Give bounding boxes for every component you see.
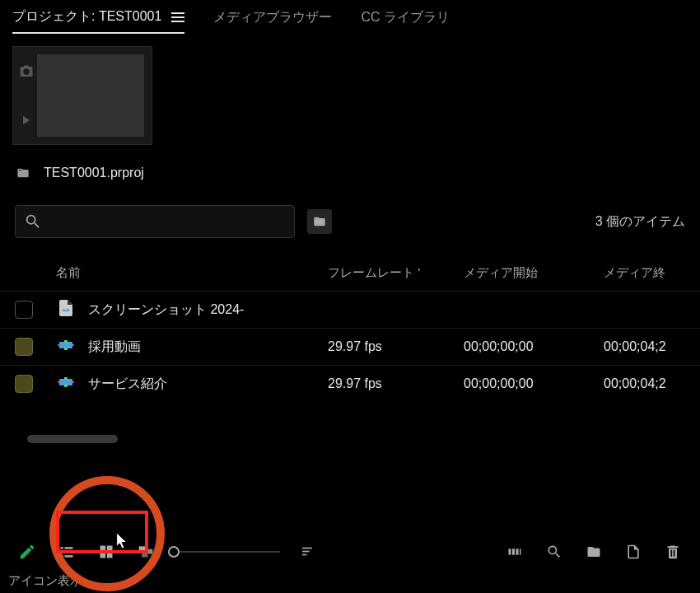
svg-rect-20 — [139, 546, 146, 552]
svg-rect-24 — [302, 551, 310, 553]
search-row: 3 個のアイテム — [0, 201, 700, 242]
row-label-checkbox[interactable] — [15, 301, 33, 319]
svg-rect-16 — [100, 546, 106, 552]
svg-rect-7 — [72, 381, 74, 383]
table-row[interactable]: サービス紹介 29.97 fps 00;00;00;00 00;00;04;2 — [0, 365, 700, 402]
tab-media-browser[interactable]: メディアブラウザー — [213, 9, 332, 33]
col-framerate-header[interactable]: フレームレート ' — [328, 265, 464, 281]
col-name-header[interactable]: 名前 — [56, 265, 328, 281]
sequence-icon — [56, 372, 76, 395]
sequence-icon — [56, 335, 76, 358]
svg-rect-25 — [302, 554, 306, 556]
svg-rect-9 — [64, 385, 68, 387]
table-header: 名前 フレームレート ' メディア開始 メディア終 — [0, 254, 700, 291]
svg-rect-0 — [59, 342, 72, 348]
horizontal-scrollbar[interactable] — [15, 435, 685, 443]
svg-rect-17 — [107, 546, 113, 552]
row-label-checkbox[interactable] — [15, 338, 33, 356]
new-item-button[interactable] — [621, 539, 646, 564]
tab-media-browser-label: メディアブラウザー — [213, 9, 332, 26]
svg-rect-21 — [147, 549, 153, 554]
table-row[interactable]: スクリーンショット 2024- — [0, 291, 700, 328]
clip-start: 00;00;00;00 — [464, 376, 604, 391]
clip-name: サービス紹介 — [88, 376, 167, 393]
svg-rect-28 — [516, 549, 519, 555]
item-count: 3 個のアイテム — [595, 213, 685, 231]
svg-rect-14 — [61, 555, 63, 558]
svg-rect-29 — [520, 549, 521, 555]
delete-button[interactable] — [660, 539, 685, 564]
preview-thumbnail[interactable] — [12, 46, 152, 145]
freeform-view-button[interactable] — [133, 539, 158, 564]
row-label-checkbox[interactable] — [15, 375, 33, 393]
new-bin-button[interactable] — [307, 209, 332, 234]
zoom-handle[interactable] — [168, 546, 180, 558]
search-input[interactable] — [15, 205, 295, 238]
panel-tabs: プロジェクト: TEST0001 メディアブラウザー CC ライブラリ — [0, 0, 700, 34]
svg-rect-18 — [100, 553, 106, 558]
svg-rect-27 — [512, 549, 515, 555]
svg-rect-1 — [58, 344, 60, 346]
tab-project-label: プロジェクト: TEST0001 — [12, 8, 161, 26]
svg-rect-8 — [64, 377, 68, 380]
svg-rect-23 — [302, 548, 312, 549]
camera-icon[interactable] — [18, 64, 35, 79]
tab-cc-libraries[interactable]: CC ライブラリ — [361, 9, 450, 33]
svg-rect-22 — [142, 553, 148, 558]
new-bin-toolbar-button[interactable] — [581, 539, 606, 564]
svg-rect-15 — [65, 555, 73, 558]
list-view-button[interactable] — [54, 539, 79, 564]
clip-fps: 29.97 fps — [328, 376, 464, 391]
zoom-slider[interactable] — [173, 551, 280, 553]
project-folder-icon — [15, 166, 31, 180]
bottom-toolbar — [15, 539, 685, 564]
scrollbar-thumb[interactable] — [27, 435, 118, 443]
panel-menu-icon[interactable] — [171, 12, 184, 22]
project-file-name: TEST0001.prproj — [44, 166, 144, 180]
project-table: 名前 フレームレート ' メディア開始 メディア終 スクリーンショット 2024… — [0, 254, 700, 402]
clip-fps: 29.97 fps — [328, 339, 464, 354]
clip-name: スクリーンショット 2024- — [88, 301, 244, 319]
clip-end: 00;00;04;2 — [604, 339, 685, 354]
table-row[interactable]: 採用動画 29.97 fps 00;00;00;00 00;00;04;2 — [0, 328, 700, 365]
svg-rect-11 — [65, 547, 73, 549]
svg-rect-12 — [61, 551, 63, 553]
svg-rect-6 — [58, 381, 60, 383]
col-mediastart-header[interactable]: メディア開始 — [464, 265, 604, 281]
search-field[interactable] — [49, 215, 286, 229]
svg-rect-5 — [59, 379, 72, 385]
automate-to-sequence-button[interactable] — [502, 539, 527, 564]
svg-rect-26 — [509, 549, 511, 555]
svg-rect-10 — [61, 547, 63, 549]
project-file-row[interactable]: TEST0001.prproj — [15, 166, 685, 180]
svg-rect-19 — [107, 553, 113, 558]
play-icon[interactable] — [18, 113, 33, 128]
tab-cc-libraries-label: CC ライブラリ — [361, 9, 450, 26]
col-mediaend-header[interactable]: メディア終 — [604, 265, 685, 281]
preview-image — [37, 54, 144, 137]
image-clip-icon — [56, 298, 76, 321]
sort-button[interactable] — [295, 539, 320, 564]
icon-view-button[interactable] — [94, 539, 119, 564]
find-button[interactable] — [542, 539, 567, 564]
clip-end: 00;00;04;2 — [604, 376, 685, 391]
tab-project[interactable]: プロジェクト: TEST0001 — [12, 8, 184, 34]
clip-name: 採用動画 — [88, 339, 141, 356]
preview-area — [12, 46, 688, 145]
status-bar-text: アイコン表示 — [8, 573, 82, 589]
clip-start: 00;00;00;00 — [464, 339, 604, 354]
svg-rect-4 — [64, 348, 68, 350]
search-icon — [24, 212, 42, 231]
pencil-button[interactable] — [15, 539, 40, 564]
svg-rect-3 — [64, 340, 68, 343]
svg-rect-2 — [72, 344, 74, 346]
svg-rect-13 — [65, 551, 73, 553]
